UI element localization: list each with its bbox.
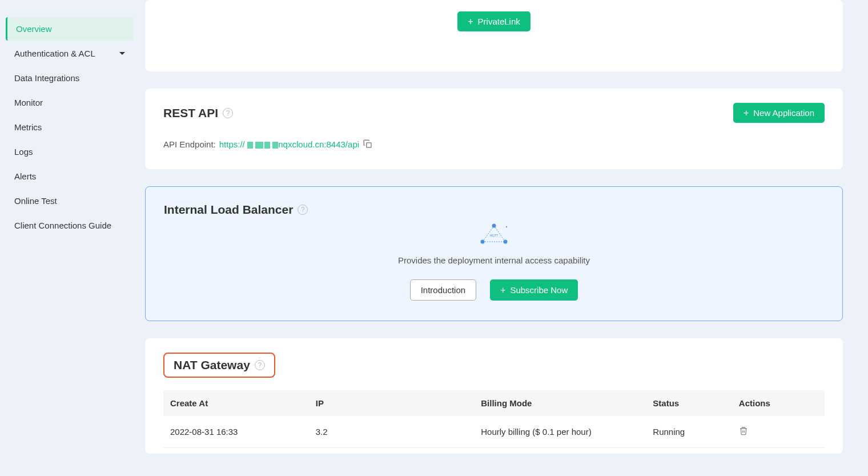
- section-title-text: Internal Load Balancer: [164, 203, 293, 217]
- plus-icon: +: [500, 286, 505, 295]
- col-ip: IP: [309, 390, 475, 416]
- svg-text:MQTT: MQTT: [490, 234, 498, 237]
- sidebar-item-label: Logs: [14, 147, 33, 157]
- col-status: Status: [646, 390, 732, 416]
- network-icon: MQTT: [477, 222, 511, 245]
- button-label: Subscribe Now: [510, 285, 568, 295]
- introduction-button[interactable]: Introduction: [410, 279, 476, 301]
- sidebar-item-label: Data Integrations: [14, 73, 79, 83]
- sidebar-item-monitor[interactable]: Monitor: [6, 91, 134, 114]
- button-label: PrivateLink: [478, 17, 520, 26]
- cell-actions: [732, 416, 825, 448]
- rest-api-title-row: REST API ?: [163, 106, 233, 120]
- sidebar-item-label: Overview: [16, 24, 52, 34]
- new-application-button[interactable]: + New Application: [733, 103, 825, 123]
- sidebar-item-online-test[interactable]: Online Test: [6, 189, 134, 213]
- rest-api-card: REST API ? + New Application API Endpoin…: [145, 89, 843, 169]
- cell-status: Running: [646, 416, 732, 448]
- col-create-at: Create At: [163, 390, 309, 416]
- sidebar-item-alerts[interactable]: Alerts: [6, 165, 134, 188]
- table-header-row: Create At IP Billing Mode Status Actions: [163, 390, 825, 416]
- help-icon[interactable]: ?: [255, 360, 265, 370]
- api-endpoint-label: API Endpoint:: [163, 139, 216, 149]
- delete-icon[interactable]: [739, 426, 748, 435]
- masked-segment: [272, 142, 278, 149]
- nat-title-highlight: NAT Gateway ?: [163, 353, 275, 378]
- subscribe-now-button[interactable]: + Subscribe Now: [490, 279, 578, 301]
- sidebar-item-label: Online Test: [14, 196, 57, 206]
- button-label: Introduction: [421, 285, 465, 295]
- sidebar-item-label: Alerts: [14, 171, 36, 181]
- sidebar-item-data-integrations[interactable]: Data Integrations: [6, 66, 134, 90]
- api-endpoint-value: https:// nqxcloud.cn:8443/api: [219, 139, 359, 149]
- endpoint-prefix: https://: [219, 139, 245, 149]
- sidebar-item-authentication[interactable]: Authentication & ACL: [6, 42, 134, 65]
- privatelink-button[interactable]: + PrivateLink: [457, 11, 531, 31]
- plus-icon: +: [468, 17, 473, 26]
- sidebar-item-overview[interactable]: Overview: [6, 17, 134, 41]
- plus-icon: +: [744, 109, 749, 118]
- nat-title-wrapper: NAT Gateway ?: [163, 353, 825, 378]
- help-icon[interactable]: ?: [223, 108, 233, 118]
- col-billing-mode: Billing Mode: [474, 390, 646, 416]
- ilb-body: MQTT Provides the deployment internal ac…: [164, 222, 824, 301]
- help-icon[interactable]: ?: [298, 205, 308, 215]
- table-row: 2022-08-31 16:33 3.2 Hourly billing ($ 0…: [163, 416, 825, 448]
- cell-create-at: 2022-08-31 16:33: [163, 416, 309, 448]
- masked-segment: [247, 142, 253, 149]
- sidebar-item-logs[interactable]: Logs: [6, 140, 134, 163]
- sidebar-item-label: Monitor: [14, 98, 43, 107]
- sidebar-item-label: Client Connections Guide: [14, 221, 111, 230]
- sidebar: Overview Authentication & ACL Data Integ…: [0, 0, 145, 476]
- svg-point-4: [506, 226, 507, 227]
- ilb-buttons: Introduction + Subscribe Now: [164, 279, 824, 301]
- endpoint-suffix: nqxcloud.cn:8443/api: [278, 139, 359, 149]
- nat-table: Create At IP Billing Mode Status Actions…: [163, 390, 825, 448]
- svg-rect-0: [367, 143, 371, 147]
- cell-billing-mode: Hourly billing ($ 0.1 per hour): [474, 416, 646, 448]
- sidebar-item-label: Metrics: [14, 122, 42, 132]
- api-endpoint-row: API Endpoint: https:// nqxcloud.cn:8443/…: [163, 139, 825, 149]
- sidebar-item-metrics[interactable]: Metrics: [6, 115, 134, 139]
- rest-api-header: REST API ? + New Application: [163, 103, 825, 129]
- main-content: + PrivateLink REST API ? + New Applicati…: [145, 0, 868, 476]
- sidebar-item-client-connections[interactable]: Client Connections Guide: [6, 214, 134, 237]
- privatelink-card: + PrivateLink: [145, 0, 843, 71]
- section-title-text: NAT Gateway: [174, 358, 250, 372]
- ilb-title-row: Internal Load Balancer ?: [164, 203, 824, 217]
- masked-segment: [255, 142, 263, 149]
- button-label: New Application: [753, 108, 814, 118]
- section-title-text: REST API: [163, 106, 218, 120]
- col-actions: Actions: [732, 390, 825, 416]
- nat-gateway-card: NAT Gateway ? Create At IP Billing Mode …: [145, 338, 843, 454]
- sidebar-item-label: Authentication & ACL: [14, 49, 95, 58]
- masked-segment: [264, 142, 270, 149]
- ilb-description: Provides the deployment internal access …: [164, 255, 824, 265]
- copy-icon[interactable]: [363, 139, 373, 149]
- internal-load-balancer-card: Internal Load Balancer ? MQTT Provides t…: [145, 186, 843, 321]
- chevron-down-icon: [119, 52, 125, 55]
- cell-ip: 3.2: [309, 416, 475, 448]
